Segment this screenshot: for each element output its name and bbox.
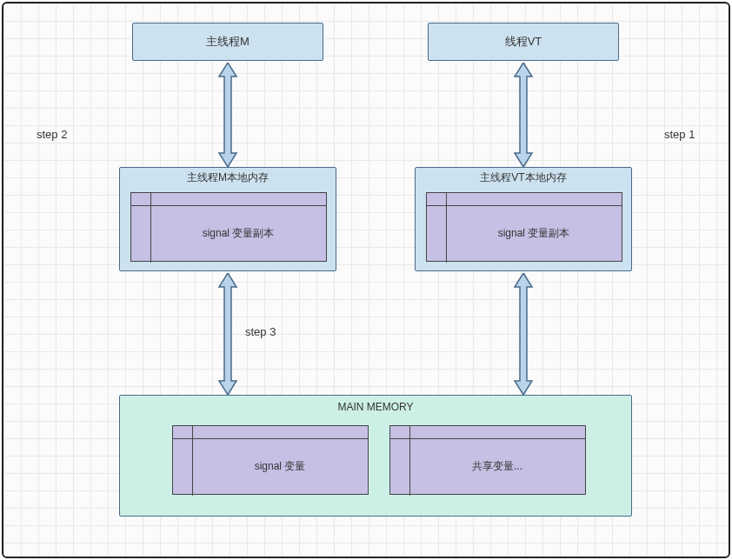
table-main-memory-signal: signal 变量 — [172, 425, 369, 495]
box-thread-vt-label: 线程VT — [505, 34, 542, 50]
box-vt-localmem-title: 主线程VT本地内存 — [416, 168, 631, 187]
table-main-memory-shared: 共享变量... — [389, 425, 586, 495]
box-main-thread: 主线程M — [132, 23, 323, 61]
box-main-localmem: 主线程M本地内存 signal 变量副本 — [119, 167, 336, 271]
arrow-main-localmem-to-mainmem — [217, 273, 238, 395]
svg-marker-0 — [219, 63, 236, 167]
svg-marker-1 — [515, 63, 532, 167]
arrow-main-thread-to-localmem — [217, 63, 238, 167]
cell-mainmem-shared: 共享变量... — [409, 438, 585, 494]
step2-label: step 2 — [37, 128, 67, 141]
step1-label: step 1 — [664, 128, 695, 141]
box-main-localmem-title: 主线程M本地内存 — [120, 168, 336, 187]
arrow-vt-thread-to-localmem — [513, 63, 534, 167]
cell-vt-signal-copy: signal 变量副本 — [446, 205, 622, 261]
box-thread-vt: 线程VT — [428, 23, 619, 61]
step3-label: step 3 — [245, 325, 276, 338]
arrow-vt-localmem-to-mainmem — [513, 273, 534, 395]
box-vt-localmem: 主线程VT本地内存 signal 变量副本 — [415, 167, 632, 271]
svg-marker-3 — [515, 273, 532, 395]
cell-mainmem-signal: signal 变量 — [192, 438, 368, 494]
box-main-thread-label: 主线程M — [206, 34, 250, 50]
box-main-memory: MAIN MEMORY signal 变量 共享变量... — [119, 395, 632, 517]
svg-marker-2 — [219, 273, 236, 395]
box-main-memory-title: MAIN MEMORY — [120, 396, 631, 418]
cell-main-signal-copy: signal 变量副本 — [150, 205, 326, 261]
table-vt-localmem: signal 变量副本 — [426, 192, 622, 262]
diagram-canvas: 主线程M 线程VT step 2 step 1 主线程M本地内存 signal … — [2, 2, 730, 558]
table-main-localmem: signal 变量副本 — [130, 192, 327, 262]
